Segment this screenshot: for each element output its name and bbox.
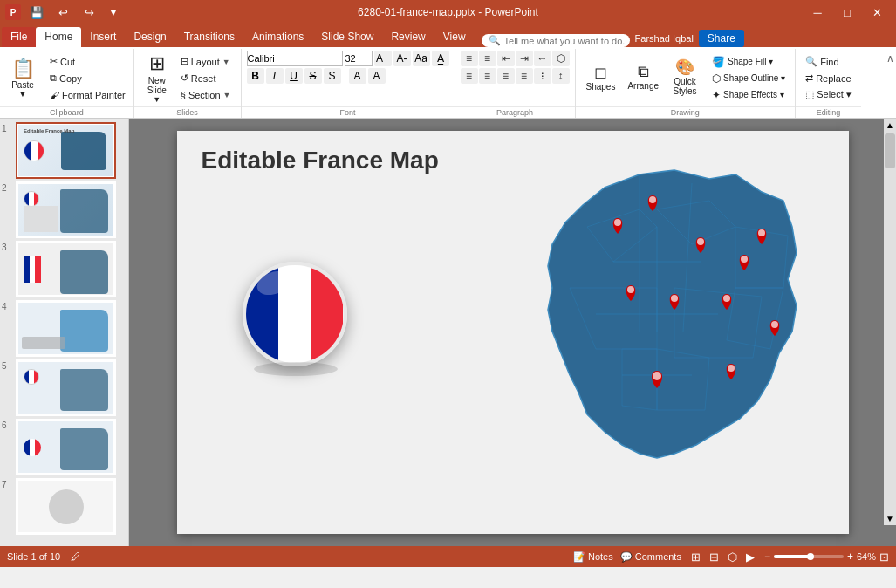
reading-view-button[interactable]: ⬡ (725, 550, 740, 564)
editing-label: Editing (796, 106, 861, 117)
decrease-indent-button[interactable]: ⇤ (497, 51, 515, 66)
fit-slide-button[interactable]: ⊡ (879, 550, 889, 564)
increase-indent-button[interactable]: ⇥ (516, 51, 533, 66)
ribbon-collapse[interactable]: ∧ (885, 49, 896, 118)
tab-insert[interactable]: Insert (81, 27, 125, 47)
align-right-button[interactable]: ≡ (497, 68, 515, 84)
reset-button[interactable]: ↺ Reset (176, 71, 236, 86)
convert-to-smartart-button[interactable]: ⬡ (552, 51, 570, 66)
comments-button[interactable]: 💬 Comments (620, 551, 681, 563)
copy-button[interactable]: ⧉ Copy (45, 71, 130, 86)
vertical-scrollbar[interactable]: ▲ ▼ (884, 119, 896, 525)
tab-view[interactable]: View (434, 27, 475, 47)
slide-num-6: 6 (2, 420, 14, 430)
columns-button[interactable]: ⫶ (534, 68, 551, 84)
tab-review[interactable]: Review (382, 27, 434, 47)
save-button[interactable]: 💾 (26, 2, 47, 23)
bold-button[interactable]: B (247, 68, 264, 84)
change-case-button[interactable]: Aa (413, 51, 430, 66)
shapes-button[interactable]: ◻ Shapes (581, 51, 621, 103)
font-name-input[interactable] (247, 51, 343, 66)
numbered-list-button[interactable]: ≡ (479, 51, 496, 66)
shape-effects-button[interactable]: ✦ Shape Effects ▾ (708, 87, 790, 103)
underline-button[interactable]: U (285, 68, 303, 84)
slide-thumb-4[interactable]: 4 (2, 300, 127, 357)
increase-font-button[interactable]: A+ (374, 51, 392, 66)
paste-button[interactable]: 📋 Paste ▼ (3, 52, 42, 105)
maximize-button[interactable]: □ (833, 0, 861, 24)
arrange-button[interactable]: ⧉ Arrange (622, 51, 664, 103)
undo-button[interactable]: ↩ (52, 2, 73, 23)
zoom-out-button[interactable]: − (764, 550, 770, 563)
tab-design[interactable]: Design (125, 27, 174, 47)
zoom-in-button[interactable]: + (847, 550, 853, 563)
scroll-up-button[interactable]: ▲ (884, 119, 896, 132)
zoom-slider[interactable] (774, 555, 844, 558)
canvas-area: ▲ ▼ Editable France Map (129, 119, 896, 546)
slide-thumb-1[interactable]: 1 Editable France Map (2, 122, 127, 179)
france-map[interactable] (482, 157, 823, 497)
zoom-thumb[interactable] (807, 553, 814, 560)
strikethrough-button[interactable]: S (304, 68, 322, 84)
slide-sorter-button[interactable]: ⊟ (707, 550, 722, 564)
share-button[interactable]: Share (699, 30, 744, 47)
notes-button[interactable]: 📝 Notes (573, 551, 613, 563)
redo-button[interactable]: ↪ (79, 2, 99, 23)
format-painter-button[interactable]: 🖌 Format Painter (45, 87, 130, 103)
italic-button[interactable]: I (266, 68, 284, 84)
shape-outline-button[interactable]: ⬡ Shape Outline ▾ (708, 71, 790, 86)
slide-thumb-6[interactable]: 6 (2, 419, 127, 475)
tab-home[interactable]: Home (36, 27, 81, 47)
normal-view-button[interactable]: ⊞ (688, 550, 703, 564)
layout-button[interactable]: ⊟ Layout ▼ (176, 54, 236, 70)
justify-button[interactable]: ≡ (516, 68, 533, 84)
search-input[interactable] (504, 36, 625, 46)
slide-thumb-2[interactable]: 2 (2, 181, 127, 238)
slide-thumb-3[interactable]: 3 (2, 241, 127, 297)
notes-icon: 📝 (573, 551, 585, 563)
shape-fill-button[interactable]: 🪣 Shape Fill ▾ (708, 54, 790, 70)
zoom-percent-button[interactable]: 64% (857, 551, 876, 562)
notes-accessibility-button[interactable]: 🖊 (67, 550, 84, 563)
select-button[interactable]: ⬚ Select ▾ (801, 87, 856, 103)
line-spacing-button[interactable]: ↕ (552, 68, 570, 84)
replace-button[interactable]: ⇄ Replace (801, 71, 856, 86)
decrease-font-button[interactable]: A- (393, 51, 411, 66)
minimize-button[interactable]: ─ (804, 0, 831, 24)
scroll-thumb-v[interactable] (885, 133, 895, 168)
highlight-button[interactable]: A (368, 68, 386, 84)
ribbon-group-drawing: ◻ Shapes ⧉ Arrange 🎨 QuickStyles 🪣 Shape… (576, 49, 797, 118)
tab-file[interactable]: File (2, 27, 36, 47)
find-button[interactable]: 🔍 Find (801, 54, 856, 70)
quick-styles-icon: 🎨 (675, 58, 694, 77)
collapse-ribbon-button[interactable]: ∧ (886, 52, 894, 65)
slide-canvas[interactable]: Editable France Map (177, 131, 849, 534)
search-bar[interactable]: 🔍 (482, 34, 630, 47)
customize-qat-button[interactable]: ▼ (105, 2, 122, 23)
slide-thumb-5[interactable]: 5 (2, 359, 127, 416)
slide-thumb-7[interactable]: 7 (2, 478, 127, 535)
svg-point-1 (614, 219, 621, 226)
tab-transitions[interactable]: Transitions (175, 27, 243, 47)
clear-format-button[interactable]: A̲ (432, 51, 449, 66)
text-direction-button[interactable]: ↔ (534, 51, 551, 66)
slide-img-3 (16, 241, 116, 297)
new-slide-button[interactable]: ⊞ NewSlide ▼ (140, 52, 174, 105)
font-color-button[interactable]: A (349, 68, 366, 84)
section-button[interactable]: § Section ▼ (176, 87, 236, 103)
cut-button[interactable]: ✂ Cut (45, 54, 130, 70)
tab-animations[interactable]: Animations (243, 27, 312, 47)
slideshow-button[interactable]: ▶ (743, 550, 757, 564)
quick-styles-button[interactable]: 🎨 QuickStyles (666, 51, 704, 103)
zoom-slider-fill (774, 555, 811, 558)
scroll-down-button[interactable]: ▼ (884, 512, 896, 525)
align-left-button[interactable]: ≡ (461, 68, 478, 84)
comments-icon: 💬 (620, 551, 633, 563)
bullet-list-button[interactable]: ≡ (461, 51, 478, 66)
shadow-button[interactable]: S (324, 68, 341, 84)
window-controls: ─ □ ✕ (804, 0, 891, 24)
align-center-button[interactable]: ≡ (479, 68, 496, 84)
font-size-input[interactable] (345, 51, 373, 66)
tab-slideshow[interactable]: Slide Show (312, 27, 382, 47)
close-button[interactable]: ✕ (863, 0, 891, 24)
